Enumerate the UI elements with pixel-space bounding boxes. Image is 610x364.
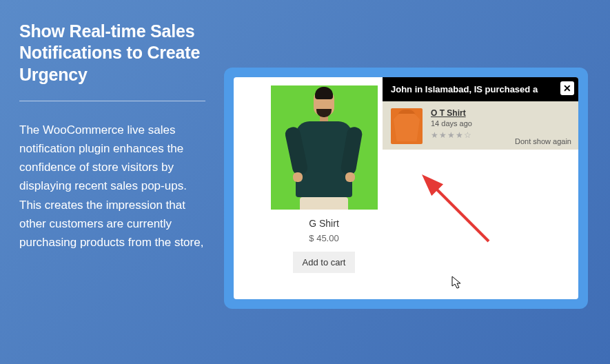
svg-line-0	[434, 186, 489, 241]
product-image[interactable]	[271, 85, 378, 210]
arrow-annotation-icon	[421, 174, 504, 256]
cursor-icon	[451, 276, 462, 290]
page-title: Show Real-time Sales Notifications to Cr…	[19, 21, 205, 85]
product-model-illustration	[279, 90, 369, 210]
product-price: $ 45.00	[265, 233, 383, 243]
preview-inner: G Shirt $ 45.00 Add to cart John in Isla…	[234, 77, 578, 299]
notification-product-thumb[interactable]	[391, 108, 423, 144]
notification-header-text: John in Islamabad, IS purchased a	[391, 84, 538, 94]
close-icon[interactable]: ✕	[560, 81, 574, 95]
dont-show-again-link[interactable]: Dont show again	[515, 137, 571, 145]
sales-notification: John in Islamabad, IS purchased a ✕ O T …	[383, 77, 578, 150]
notification-time: 14 days ago	[431, 119, 570, 128]
product-card: G Shirt $ 45.00 Add to cart	[265, 85, 383, 273]
notification-header: John in Islamabad, IS purchased a ✕	[383, 77, 578, 101]
divider	[19, 101, 205, 101]
notification-body: O T Shirt 14 days ago ★★★★☆ Dont show ag…	[383, 101, 578, 150]
preview-frame: G Shirt $ 45.00 Add to cart John in Isla…	[224, 68, 588, 309]
notification-product-title[interactable]: O T Shirt	[431, 108, 570, 118]
body-copy: The WooCommerce live sales notification …	[19, 121, 205, 252]
product-title[interactable]: G Shirt	[265, 218, 383, 229]
add-to-cart-button[interactable]: Add to cart	[293, 252, 356, 273]
